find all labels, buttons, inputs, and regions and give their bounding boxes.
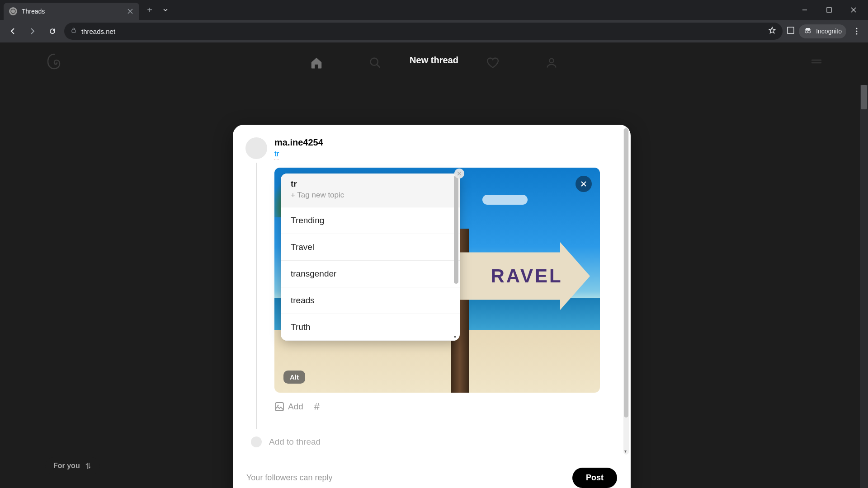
window-controls	[796, 3, 868, 17]
incognito-icon	[803, 26, 812, 37]
topic-suggestion[interactable]: Truth	[281, 314, 460, 341]
page-content: New thread New thread For you ma.ine4254…	[0, 42, 868, 488]
browser-titlebar: Threads +	[0, 0, 868, 20]
window-maximize-icon[interactable]	[820, 3, 838, 17]
add-to-thread-button[interactable]: Add to thread	[269, 437, 321, 447]
alt-text-button[interactable]: Alt	[283, 371, 305, 384]
lock-icon	[71, 27, 77, 35]
window-close-icon[interactable]	[844, 3, 863, 17]
svg-point-7	[856, 33, 858, 35]
svg-rect-0	[827, 8, 831, 12]
svg-point-4	[808, 30, 811, 33]
avatar-small	[251, 436, 262, 447]
window-minimize-icon[interactable]	[796, 3, 814, 17]
address-bar[interactable]: threads.net	[64, 23, 783, 40]
topic-suggestion[interactable]: treads	[281, 287, 460, 314]
page-scrollbar[interactable]	[860, 85, 868, 488]
svg-rect-1	[72, 30, 75, 33]
svg-point-12	[278, 405, 279, 406]
tabs-dropdown-icon[interactable]	[156, 7, 175, 13]
dropdown-scrollbar[interactable]: ▴ ▾	[453, 174, 459, 340]
sign-text: RAVEL	[491, 265, 562, 287]
tab-favicon	[9, 7, 17, 15]
svg-point-3	[805, 30, 808, 33]
reply-setting-button[interactable]: Your followers can reply	[246, 473, 332, 483]
topic-suggestion[interactable]: Trending	[281, 207, 460, 234]
avatar	[245, 137, 267, 159]
modal-title-overlay: New thread	[410, 55, 458, 66]
username: ma.ine4254	[274, 137, 618, 148]
add-media-button[interactable]: Add	[274, 402, 303, 412]
browser-tab[interactable]: Threads	[4, 3, 139, 20]
topic-dropdown: tr + Tag new topic Trending Travel trans…	[281, 174, 460, 341]
svg-point-6	[856, 31, 858, 32]
svg-rect-2	[788, 27, 794, 33]
reload-button[interactable]	[44, 23, 61, 39]
browser-toolbar: threads.net Incognito	[0, 20, 868, 42]
post-button[interactable]: Post	[572, 468, 617, 488]
tab-title: Threads	[22, 8, 122, 15]
incognito-label: Incognito	[816, 28, 842, 35]
feed-label: For you	[53, 462, 80, 470]
incognito-badge[interactable]: Incognito	[799, 24, 846, 38]
browser-menu-icon[interactable]	[850, 24, 863, 38]
thread-line	[256, 163, 257, 429]
feed-selector[interactable]: For you	[45, 457, 100, 474]
new-tab-button[interactable]: +	[143, 3, 156, 17]
compose-text-input[interactable]: tr	[274, 150, 279, 160]
tab-close-icon[interactable]	[127, 8, 134, 15]
add-label: Add	[288, 402, 303, 412]
svg-point-5	[856, 28, 858, 29]
hashtag-button[interactable]: #	[314, 401, 320, 413]
forward-button[interactable]	[24, 23, 41, 39]
url-text: threads.net	[81, 28, 764, 35]
topic-suggestion[interactable]: transgender	[281, 261, 460, 287]
svg-rect-11	[275, 403, 283, 411]
tag-new-topic-label: + Tag new topic	[291, 191, 450, 200]
modal-scrollbar[interactable]: ▴ ▾	[623, 127, 629, 455]
dropdown-close-icon[interactable]	[454, 169, 464, 178]
swap-icon	[85, 462, 92, 469]
extensions-icon[interactable]	[786, 26, 795, 37]
image-icon	[274, 402, 284, 412]
topic-query: tr	[291, 179, 450, 189]
back-button[interactable]	[5, 23, 21, 39]
remove-image-button[interactable]	[576, 176, 592, 192]
topic-suggestion[interactable]: Travel	[281, 234, 460, 261]
topic-tag-new[interactable]: tr + Tag new topic	[281, 174, 460, 207]
bookmark-icon[interactable]	[768, 26, 776, 36]
text-cursor-icon	[304, 150, 304, 159]
